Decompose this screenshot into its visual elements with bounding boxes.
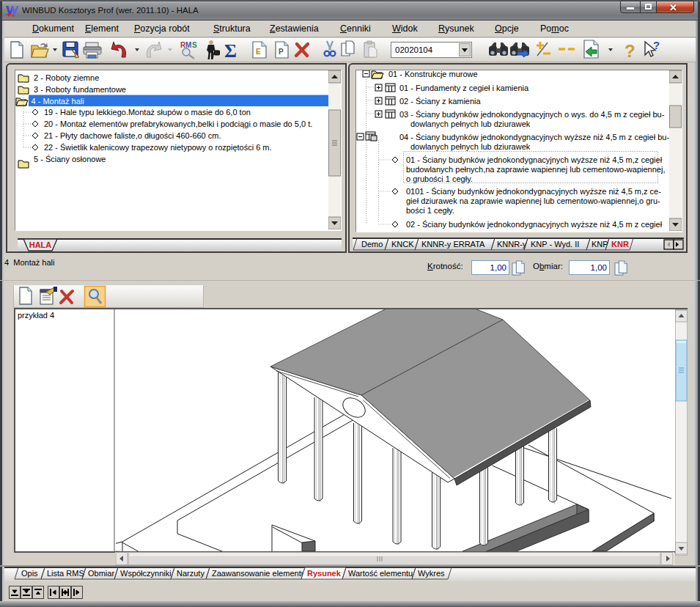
svg-text:0101 - Ściany budynków jednoko: 0101 - Ściany budynków jednokondygnacyjn… [406,187,661,196]
svg-text:S: S [192,41,197,49]
svg-text:Rysunek: Rysunek [307,569,342,578]
svg-text:P: P [279,48,284,56]
svg-text:KNP: KNP [592,240,608,249]
svg-text:21 - Płyty dachowe faliste,o d: 21 - Płyty dachowe faliste,o długości 46… [44,131,221,140]
svg-text:Narzuty: Narzuty [177,569,205,578]
svg-text:KNP - Wyd. II: KNP - Wyd. II [531,240,579,249]
svg-text:02020104: 02020104 [395,45,433,54]
svg-text:KNNR-y: KNNR-y [497,240,527,249]
svg-text:Wykres: Wykres [418,569,445,578]
svg-text:Lista RMS: Lista RMS [47,569,84,578]
svg-text:22 - Świetlik kalenicowy trape: 22 - Świetlik kalenicowy trapezowy niety… [44,143,272,152]
svg-text:Wartość elementu: Wartość elementu [348,569,413,578]
svg-text:bości 1 cegły.: bości 1 cegły. [406,206,454,215]
svg-text:KNR: KNR [611,240,629,249]
svg-text:4 - Montaż hali: 4 - Montaż hali [32,97,84,106]
svg-text:01 - Fundamenty z cegieł i kam: 01 - Fundamenty z cegieł i kamienia [399,84,529,92]
svg-text:Obmiar: Obmiar [88,569,114,578]
svg-text:E: E [256,48,261,56]
svg-text:Σ: Σ [224,40,237,62]
svg-text:03 - Ściany budynków jednokond: 03 - Ściany budynków jednokondygnacyjnyc… [399,110,665,119]
svg-text:Opis: Opis [21,569,38,578]
svg-text:Zaawansowanie elementu: Zaawansowanie elementu [212,569,306,578]
svg-text:3 - Roboty fundamentowe: 3 - Roboty fundamentowe [34,85,126,94]
svg-text:dowlanych pełnych lub dziurawe: dowlanych pełnych lub dziurawek [410,142,531,151]
svg-text:o grubości 1 cegły.: o grubości 1 cegły. [406,174,473,183]
svg-text:Współczynniki: Współczynniki [120,569,172,578]
svg-text:budowlanych pełnych,na zaprawi: budowlanych pełnych,na zaprawie wapienne… [406,165,665,174]
svg-text:KNNR-y ERRATA: KNNR-y ERRATA [421,240,485,249]
svg-text:19 - Hale typu lekkiego.Montaż: 19 - Hale typu lekkiego.Montaż słupów o … [44,108,251,117]
svg-text:Demo: Demo [361,240,383,249]
svg-text:20 - Montaż elementów prefabry: 20 - Montaż elementów prefabrykowanych,b… [44,119,312,128]
svg-text:01 - Ściany budynków jednokond: 01 - Ściany budynków jednokondygnacyjnyc… [406,155,663,164]
svg-text:04 - Ściany budynków jednokond: 04 - Ściany budynków jednokondygnacyjnyc… [399,133,669,141]
svg-text:02 - Ściany z kamienia: 02 - Ściany z kamienia [399,97,482,106]
svg-text:02 - Ściany budynków jednokond: 02 - Ściany budynków jednokondygnacyjnyc… [406,220,663,229]
svg-text:?: ? [653,39,660,51]
svg-text:01 - Konstrukcje murowe: 01 - Konstrukcje murowe [388,70,478,78]
svg-text:HALA: HALA [29,240,52,249]
svg-text:dowlanych pełnych lub dziurawe: dowlanych pełnych lub dziurawek [410,119,531,128]
svg-text:2 - Roboty ziemne: 2 - Roboty ziemne [34,73,99,82]
svg-text:gieł dziurawek na zaprawie wap: gieł dziurawek na zaprawie wapiennej lub… [406,196,660,205]
svg-text:5 - Ściany osłonowe: 5 - Ściany osłonowe [34,155,106,163]
svg-text:?: ? [625,41,635,61]
svg-text:KNCK: KNCK [391,240,414,249]
